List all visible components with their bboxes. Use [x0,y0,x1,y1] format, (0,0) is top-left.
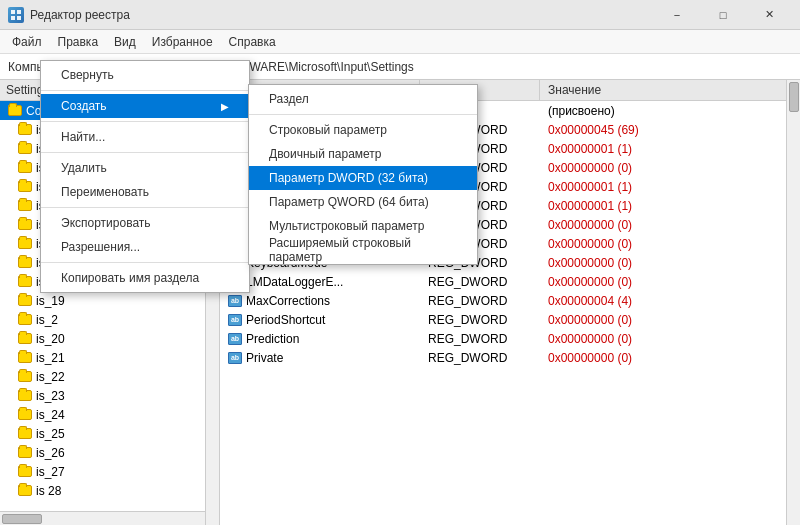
menu-view[interactable]: Вид [106,33,144,51]
tree-item[interactable]: is_24 [0,405,219,424]
reg-dword-icon: ab [228,352,242,364]
folder-icon [18,333,32,344]
col-value-header[interactable]: Значение [540,80,800,100]
folder-icon [18,143,32,154]
cell-value: 0x00000001 (1) [540,196,800,215]
submenu-arrow-icon: ▶ [221,101,229,112]
ctx-find[interactable]: Найти... [41,125,249,149]
tree-item[interactable]: is_23 [0,386,219,405]
ctx-create[interactable]: Создать ▶ [41,94,249,118]
ctx-create-label: Создать [61,99,107,113]
tree-item-label: is_27 [36,465,65,479]
context-menu-left: Свернуть Создать ▶ Найти... Удалить Пере… [40,60,250,293]
ctx-create-string[interactable]: Строковый параметр [249,118,477,142]
ctx-rename[interactable]: Переименовать [41,180,249,204]
table-row[interactable]: ab LMDataLoggerE... REG_DWORD 0x00000000… [220,272,800,291]
tree-item[interactable]: is_19 [0,291,219,310]
folder-icon [18,485,32,496]
folder-icon [18,447,32,458]
cell-name: ab Private [220,348,420,367]
tree-item-label: is_23 [36,389,65,403]
menu-file[interactable]: Файл [4,33,50,51]
cell-value-text: 0x00000001 (1) [548,142,632,156]
tree-hscrollbar[interactable] [0,511,205,525]
cell-value: 0x00000000 (0) [540,215,800,234]
ctx-separator [41,121,249,122]
tree-item-label: is_26 [36,446,65,460]
cell-name-text: Private [246,351,283,365]
folder-icon [18,295,32,306]
tree-item-label: is 28 [36,484,61,498]
window-controls: − □ ✕ [654,0,792,30]
cell-value-text: 0x00000000 (0) [548,332,632,346]
ctx-separator [41,90,249,91]
cell-type: REG_DWORD [420,348,540,367]
cell-name: ab PeriodShortcut [220,310,420,329]
folder-icon [18,409,32,420]
ctx-create-dword32[interactable]: Параметр DWORD (32 бита) [249,166,477,190]
cell-type: REG_DWORD [420,329,540,348]
app-icon [8,7,24,23]
folder-icon [18,390,32,401]
folder-icon [18,276,32,287]
minimize-button[interactable]: − [654,0,700,30]
tree-item-label: is_20 [36,332,65,346]
tree-item[interactable]: is_25 [0,424,219,443]
ctx-permissions[interactable]: Разрешения... [41,235,249,259]
tree-item[interactable]: is_27 [0,462,219,481]
folder-icon [18,181,32,192]
tree-item[interactable]: is_21 [0,348,219,367]
cell-type-text: REG_DWORD [428,332,507,346]
folder-icon [18,352,32,363]
tree-item-label: is_24 [36,408,65,422]
reg-dword-icon: ab [228,333,242,345]
table-row[interactable]: ab PeriodShortcut REG_DWORD 0x00000000 (… [220,310,800,329]
ctx-create-expandstring[interactable]: Расширяемый строковый параметр [249,238,477,262]
ctx-create-section[interactable]: Раздел [249,87,477,111]
folder-icon [18,124,32,135]
folder-icon [18,314,32,325]
ctx-create-binary[interactable]: Двоичный параметр [249,142,477,166]
cell-name-text: PeriodShortcut [246,313,325,327]
svg-rect-2 [11,16,15,20]
menu-favorites[interactable]: Избранное [144,33,221,51]
cell-value: 0x00000001 (1) [540,139,800,158]
ctx-delete[interactable]: Удалить [41,156,249,180]
close-button[interactable]: ✕ [746,0,792,30]
cell-value: 0x00000000 (0) [540,310,800,329]
menu-help[interactable]: Справка [221,33,284,51]
cell-value: 0x00000045 (69) [540,120,800,139]
cell-value-text: 0x00000000 (0) [548,218,632,232]
tree-hscroll-thumb[interactable] [2,514,42,524]
ctx-create-multistring[interactable]: Мультистроковый параметр [249,214,477,238]
values-vscrollbar[interactable] [786,80,800,525]
ctx-copy-name[interactable]: Копировать имя раздела [41,266,249,290]
ctx-collapse[interactable]: Свернуть [41,63,249,87]
cell-value-text: 0x00000000 (0) [548,313,632,327]
maximize-button[interactable]: □ [700,0,746,30]
table-row[interactable]: ab Prediction REG_DWORD 0x00000000 (0) [220,329,800,348]
cell-name-text: MaxCorrections [246,294,330,308]
reg-dword-icon: ab [228,295,242,307]
tree-item-label: is_25 [36,427,65,441]
tree-item[interactable]: is 28 [0,481,219,500]
tree-item[interactable]: is_2 [0,310,219,329]
values-vscroll-thumb[interactable] [789,82,799,112]
cell-type-text: REG_DWORD [428,313,507,327]
table-row[interactable]: ab Private REG_DWORD 0x00000000 (0) [220,348,800,367]
ctx-separator [41,262,249,263]
cell-value: 0x00000000 (0) [540,253,800,272]
tree-item[interactable]: is_20 [0,329,219,348]
folder-icon [8,105,22,116]
cell-value-text: 0x00000001 (1) [548,180,632,194]
ctx-export[interactable]: Экспортировать [41,211,249,235]
ctx-create-qword64[interactable]: Параметр QWORD (64 бита) [249,190,477,214]
menu-edit[interactable]: Правка [50,33,107,51]
table-row[interactable]: ab MaxCorrections REG_DWORD 0x00000004 (… [220,291,800,310]
cell-type: REG_DWORD [420,310,540,329]
tree-item[interactable]: is_26 [0,443,219,462]
cell-type-text: REG_DWORD [428,294,507,308]
tree-item[interactable]: is_22 [0,367,219,386]
folder-icon [18,466,32,477]
cell-value-text: 0x00000000 (0) [548,161,632,175]
